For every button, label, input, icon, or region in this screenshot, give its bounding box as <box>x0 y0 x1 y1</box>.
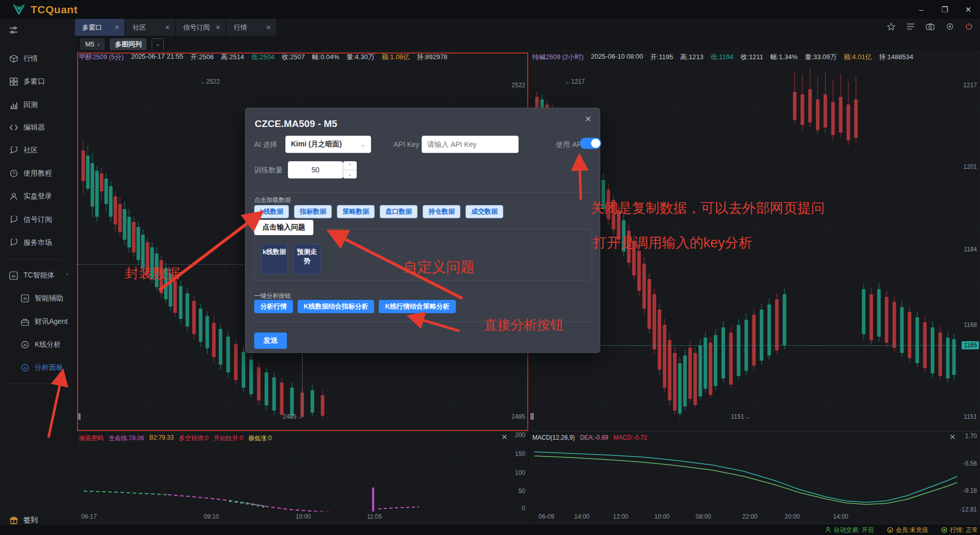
chevron-down-icon[interactable]: ⌄ <box>152 38 164 50</box>
stepper-up-icon[interactable]: ⌃ <box>344 162 356 170</box>
indicator-axis-label: 50 <box>519 488 525 495</box>
tab-close-icon[interactable]: ✕ <box>114 24 119 31</box>
indicator-close-icon[interactable]: ✕ <box>501 432 508 442</box>
camera-icon[interactable] <box>926 23 935 32</box>
scrollbar-nub[interactable] <box>530 413 534 420</box>
indicator-axis-label: 100 <box>515 469 525 476</box>
indicator-field: B2:79.33 <box>149 434 174 443</box>
sidebar-item-label: K线分析 <box>35 340 61 349</box>
time-axis-label: 11:05 <box>367 513 382 520</box>
tab-community[interactable]: 社区✕ <box>126 19 175 36</box>
tab-multi-window[interactable]: 多窗口✕ <box>75 19 125 36</box>
ai-select-label: AI 选择 <box>254 140 277 149</box>
tab-close-icon[interactable]: ✕ <box>165 24 170 31</box>
axis-price-label: 2522 <box>511 82 525 89</box>
power-icon[interactable] <box>965 22 973 32</box>
panel-divider <box>529 431 980 431</box>
analyze-kline-indicator-button[interactable]: K线数据结合指标分析 <box>298 300 374 313</box>
chip-indicator-data[interactable]: 指标数据 <box>294 205 332 218</box>
sidebar-item-tutorial[interactable]: ? 使用教程 <box>9 166 52 181</box>
window-maximize-button[interactable]: ❐ <box>933 0 957 19</box>
title-bar: TCQuant – ❐ ✕ <box>0 0 980 19</box>
window-minimize-button[interactable]: – <box>910 0 933 19</box>
train-count-input[interactable]: 50 <box>288 161 343 179</box>
svg-text:AI: AI <box>12 274 16 278</box>
scrollbar-nub[interactable] <box>77 413 81 420</box>
analyze-kline-strategy-button[interactable]: K线行情结合策略分析 <box>379 300 455 313</box>
tab-signal-subscribe[interactable]: 信号订阅✕ <box>176 19 226 36</box>
status-bar: 自动交易: 开启 会员:未充值 行情: 正常 <box>0 525 980 535</box>
briefcase-icon <box>20 318 29 326</box>
range-value: 幅:1.34% <box>770 53 797 62</box>
number-stepper[interactable]: ⌃ ⌄ <box>343 161 357 179</box>
right-chart-ohlc-header: 纯碱2509 (2小时) 2025-06-10 08:00 开:1195 高:1… <box>532 53 913 62</box>
time-axis-label: 10:00 <box>296 513 311 520</box>
indicator-header: 测底密码 生命线:78.06 B2:79.33 多空转强:0 开始拉升:0 极低… <box>79 434 272 443</box>
send-button[interactable]: 发送 <box>254 333 287 349</box>
sidebar-item-finance-agent[interactable]: 财讯Agent <box>20 315 68 329</box>
sidebar-item-backtest[interactable]: 回测 <box>9 98 38 112</box>
left-chart-ohlc-header: 甲醇2509 (5分) 2025-06-17 21:55 开:2506 高:25… <box>79 53 448 62</box>
high-price-annotation: ←2522 <box>200 78 220 85</box>
tile-kline-data[interactable]: k线数据 <box>261 244 288 274</box>
indicator-axis-label: 200 <box>515 431 525 439</box>
chip-strategy-data[interactable]: 策略数据 <box>337 205 375 218</box>
bar-datetime: 2025-06-17 21:55 <box>131 53 183 62</box>
volume-value: 量:4.30万 <box>347 53 375 62</box>
sidebar-item-market[interactable]: 行情 <box>9 52 38 66</box>
oneclick-section-label: 一键分析按钮 <box>254 292 291 300</box>
toggle-knob <box>591 139 600 148</box>
market-status: 行情: 正常 <box>941 526 978 534</box>
high-price-annotation: ←1217 <box>565 78 585 85</box>
chip-orderbook-data[interactable]: 盘口数据 <box>380 205 418 218</box>
chip-trade-data[interactable]: 成交数据 <box>465 205 503 218</box>
low-value: 低:1194 <box>710 53 733 62</box>
chip-position-data[interactable]: 持仓数据 <box>423 205 460 218</box>
sidebar-item-editor[interactable]: 编辑器 <box>9 120 45 135</box>
sidebar-item-service-market[interactable]: 服务市场 <box>9 236 52 250</box>
tab-close-icon[interactable]: ✕ <box>266 24 271 31</box>
section-divider <box>254 322 592 322</box>
panel-toggle-icon[interactable] <box>9 23 18 37</box>
menu-icon[interactable] <box>906 23 915 32</box>
tab-market[interactable]: 行情✕ <box>227 19 276 36</box>
sidebar-item-analysis-panel[interactable]: AI 分析面板 <box>20 361 63 375</box>
sidebar-group-tc-agent[interactable]: AI TC智能体 ⌃ <box>9 268 69 283</box>
sidebar-item-ai-assist[interactable]: AI 智能辅助 <box>20 291 63 305</box>
window-close-button[interactable]: ✕ <box>957 0 980 19</box>
modal-close-icon[interactable]: ✕ <box>585 114 592 124</box>
multi-chart-button[interactable]: 多图同列 <box>110 38 146 50</box>
settings-icon[interactable] <box>946 22 954 33</box>
sidebar-item-kline-analysis[interactable]: AI K线分析 <box>20 338 61 352</box>
question-input-button[interactable]: 点击输入问题 <box>254 220 313 235</box>
question-circle-icon: ? <box>9 169 18 178</box>
volume-value: 量:33.09万 <box>805 53 837 62</box>
time-axis-label: 14:00 <box>574 513 590 520</box>
section-divider <box>254 192 592 193</box>
time-axis-label: 12:00 <box>613 513 628 520</box>
member-status: 会员:未充值 <box>887 526 928 534</box>
ai-model-select[interactable]: Kimi (月之暗面) ⌄ <box>285 136 371 153</box>
sidebar-item-signal[interactable]: 信号订阅 <box>9 213 52 227</box>
ai-analysis-modal: CZCE.MA509 - M5 ✕ AI 选择 Kimi (月之暗面) ⌄ AP… <box>245 108 600 353</box>
star-icon[interactable] <box>887 22 895 33</box>
api-key-input[interactable] <box>422 136 519 153</box>
time-axis-label: 14:00 <box>833 513 848 520</box>
svg-text:?: ? <box>12 171 15 176</box>
sidebar-item-live-login[interactable]: 实盘登录 <box>9 189 52 203</box>
ai-model-value: Kimi (月之暗面) <box>291 140 342 149</box>
tile-predict-trend[interactable]: 预测走势 <box>293 244 321 274</box>
analyze-market-button[interactable]: 分析行情 <box>254 300 293 313</box>
sidebar-item-multiwindow[interactable]: 多窗口 <box>9 74 45 89</box>
stepper-down-icon[interactable]: ⌄ <box>344 170 356 179</box>
axis-price-label: 1168 <box>964 321 977 328</box>
period-button[interactable]: M5› <box>80 38 105 50</box>
chip-kline-data[interactable]: k线数据 <box>254 205 289 218</box>
axis-price-label: 1201 <box>963 163 977 170</box>
use-api-toggle[interactable] <box>580 138 601 149</box>
chevron-up-icon[interactable]: ⌃ <box>65 273 69 278</box>
ai-badge-icon: AI <box>9 271 18 280</box>
open-value: 开:1195 <box>650 53 673 62</box>
tab-close-icon[interactable]: ✕ <box>215 24 220 31</box>
sidebar-item-community[interactable]: 社区 <box>9 143 38 158</box>
